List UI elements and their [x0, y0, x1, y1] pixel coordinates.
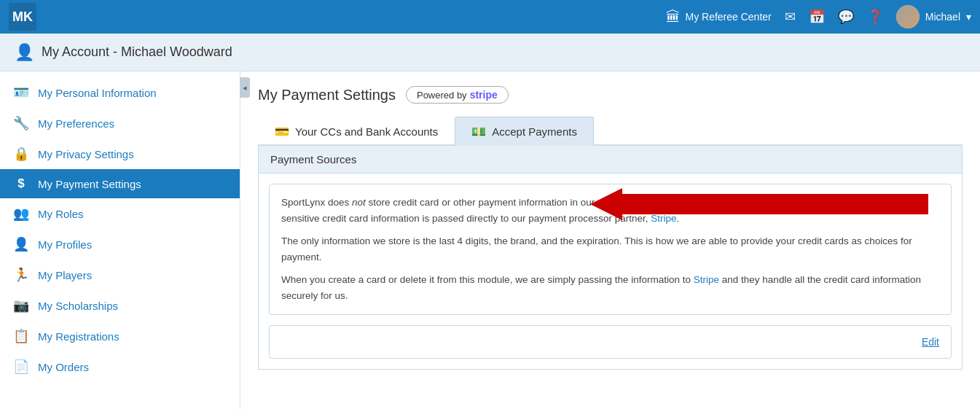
tab-label: Your CCs and Bank Accounts: [295, 125, 438, 138]
tab-label: Accept Payments: [492, 125, 577, 138]
sidebar-item-profiles[interactable]: 👤 My Profiles: [0, 229, 240, 260]
help-icon[interactable]: ❓: [867, 9, 883, 25]
edit-box: Edit: [269, 325, 952, 359]
stripe-link-1[interactable]: Stripe: [651, 213, 676, 224]
personal-info-icon: 🪪: [13, 85, 29, 101]
sidebar-item-players[interactable]: 🏃 My Players: [0, 260, 240, 290]
page-title: My Payment Settings: [258, 87, 396, 104]
collapse-icon: ◂: [243, 83, 247, 93]
referee-icon: 🏛: [666, 9, 681, 26]
credit-card-icon: 💳: [275, 125, 289, 139]
scholarships-icon: 📷: [13, 297, 29, 313]
referee-center-label: My Referee Center: [685, 11, 771, 23]
info-text-before: SportLynx does: [281, 197, 352, 208]
stripe-link-2[interactable]: Stripe: [694, 274, 719, 285]
payment-settings-header: My Payment Settings Powered by stripe: [258, 86, 963, 104]
tab-content-area: Payment Sources SportLynx does not store…: [258, 146, 963, 370]
top-nav: MK 🏛 My Referee Center ✉ 📅 💬 ❓ Michael ▾: [0, 0, 980, 34]
info-text-italic: not: [352, 197, 366, 208]
sidebar-label: My Roles: [38, 208, 84, 220]
payment-info-box: SportLynx does not store credit card or …: [269, 184, 952, 315]
nav-left: MK: [9, 3, 36, 31]
logo-text: MK: [12, 9, 33, 25]
sidebar-label: My Personal Information: [38, 87, 157, 99]
privacy-icon: 🔒: [13, 146, 29, 162]
preferences-icon: 🔧: [13, 115, 29, 131]
sidebar-item-preferences[interactable]: 🔧 My Preferences: [0, 108, 240, 139]
account-title: My Account - Michael Woodward: [42, 44, 232, 60]
sidebar-item-personal-information[interactable]: 🪪 My Personal Information: [0, 77, 240, 108]
user-name: Michael: [925, 11, 960, 23]
sidebar-item-scholarships[interactable]: 📷 My Scholarships: [0, 290, 240, 321]
registrations-icon: 📋: [13, 328, 29, 344]
account-header: 👤 My Account - Michael Woodward: [0, 34, 980, 71]
info-text-period: .: [677, 213, 680, 224]
sidebar: ◂ 🪪 My Personal Information 🔧 My Prefere…: [0, 71, 240, 409]
sidebar-item-privacy-settings[interactable]: 🔒 My Privacy Settings: [0, 139, 240, 169]
info-paragraph-1: SportLynx does not store credit card or …: [281, 195, 939, 226]
info-paragraph-2: The only information we store is the las…: [281, 233, 939, 265]
sidebar-label: My Payment Settings: [38, 178, 141, 190]
stripe-badge: Powered by stripe: [406, 86, 509, 104]
sidebar-label: My Players: [38, 269, 92, 281]
account-icon: 👤: [15, 43, 34, 62]
sidebar-label: My Profiles: [38, 238, 92, 251]
calendar-icon[interactable]: 📅: [809, 9, 825, 25]
payment-sources-title: Payment Sources: [270, 153, 356, 165]
payment-icon: $: [13, 176, 29, 191]
sidebar-label: My Preferences: [38, 117, 114, 130]
tabs: 💳 Your CCs and Bank Accounts 💵 Accept Pa…: [258, 117, 963, 146]
main-layout: ◂ 🪪 My Personal Information 🔧 My Prefere…: [0, 71, 980, 409]
logo[interactable]: MK: [9, 3, 36, 31]
dollar-icon: 💵: [471, 125, 486, 139]
nav-right: 🏛 My Referee Center ✉ 📅 💬 ❓ Michael ▾: [666, 5, 971, 28]
mail-icon[interactable]: ✉: [785, 9, 796, 25]
sidebar-label: My Orders: [38, 361, 89, 373]
powered-by-text: Powered by: [417, 90, 467, 101]
stripe-name: stripe: [470, 89, 498, 101]
chevron-down-icon: ▾: [966, 11, 971, 23]
sidebar-item-registrations[interactable]: 📋 My Registrations: [0, 321, 240, 351]
sidebar-label: My Privacy Settings: [38, 148, 134, 160]
players-icon: 🏃: [13, 267, 29, 283]
info-text-p3-before: When you create a card or delete it from…: [281, 274, 694, 285]
roles-icon: 👥: [13, 206, 29, 222]
sidebar-item-roles[interactable]: 👥 My Roles: [0, 198, 240, 229]
sidebar-label: My Scholarships: [38, 300, 118, 312]
sidebar-item-payment-settings[interactable]: $ My Payment Settings: [0, 169, 240, 198]
tab-ccs-bank-accounts[interactable]: 💳 Your CCs and Bank Accounts: [258, 117, 455, 146]
profiles-icon: 👤: [13, 236, 29, 252]
user-menu[interactable]: Michael ▾: [896, 5, 971, 28]
content-area: My Payment Settings Powered by stripe 💳 …: [240, 71, 980, 409]
sidebar-label: My Registrations: [38, 330, 119, 343]
sidebar-item-orders[interactable]: 📄 My Orders: [0, 351, 240, 382]
referee-center-button[interactable]: 🏛 My Referee Center: [666, 9, 771, 26]
edit-link[interactable]: Edit: [922, 336, 939, 348]
avatar-image: [896, 5, 920, 28]
avatar: [896, 5, 920, 28]
orders-icon: 📄: [13, 359, 29, 375]
tab-accept-payments[interactable]: 💵 Accept Payments: [455, 117, 594, 146]
info-text-after: store credit card or other payment infor…: [281, 197, 924, 224]
info-paragraph-3: When you create a card or delete it from…: [281, 272, 939, 303]
sidebar-collapse-button[interactable]: ◂: [240, 77, 250, 98]
payment-sources-header: Payment Sources: [259, 146, 962, 174]
chat-icon[interactable]: 💬: [838, 9, 854, 25]
